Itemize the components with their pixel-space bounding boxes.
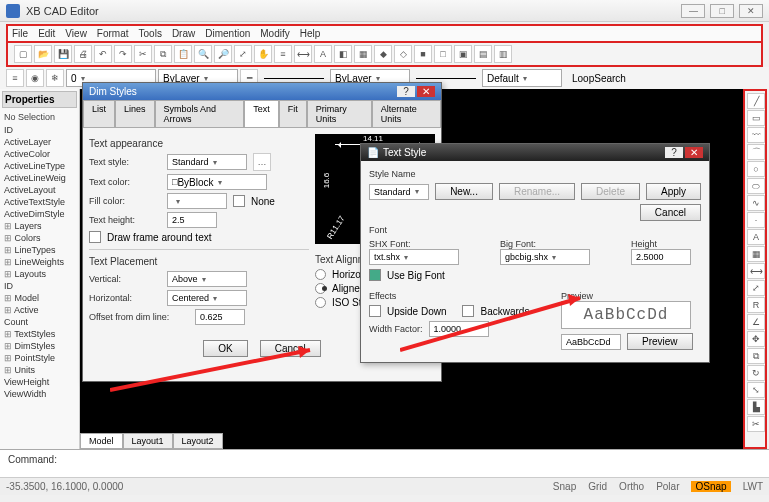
big-font-combo[interactable]: gbcbig.shx <box>500 249 590 265</box>
dim-help-icon[interactable]: ? <box>397 86 415 97</box>
tree-active[interactable]: Active <box>2 304 77 316</box>
backwards-check[interactable] <box>462 305 474 317</box>
preview-input[interactable] <box>561 334 621 350</box>
new-style-button[interactable]: New... <box>435 183 493 200</box>
text-close-icon[interactable]: ✕ <box>685 147 703 158</box>
ellipse-icon[interactable]: ⬭ <box>747 178 765 194</box>
hatch-icon[interactable]: ▦ <box>354 45 372 63</box>
text-style-combo[interactable]: Standard <box>167 154 247 170</box>
offset-input[interactable] <box>195 309 245 325</box>
prop-viewheight[interactable]: ViewHeight <box>2 376 77 388</box>
copy2-icon[interactable]: ⧉ <box>747 348 765 364</box>
tab-model[interactable]: Model <box>80 433 123 449</box>
prop-activelinetype[interactable]: ActiveLineType <box>2 160 77 172</box>
text-tool-icon[interactable]: A <box>747 229 765 245</box>
use-big-font-check[interactable] <box>369 269 381 281</box>
minimize-button[interactable]: — <box>681 4 705 18</box>
tree-count[interactable]: Count <box>2 316 77 328</box>
dim-ok-button[interactable]: OK <box>203 340 247 357</box>
menu-help[interactable]: Help <box>300 28 321 39</box>
copy-icon[interactable]: ⧉ <box>154 45 172 63</box>
paste-icon[interactable]: 📋 <box>174 45 192 63</box>
text-height-input[interactable] <box>167 212 217 228</box>
dim-angle-icon[interactable]: ∠ <box>747 314 765 330</box>
maximize-button[interactable]: □ <box>710 4 734 18</box>
text-help-icon[interactable]: ? <box>665 147 683 158</box>
draw-frame-check[interactable] <box>89 231 101 243</box>
prop-activedimstyle[interactable]: ActiveDimStyle <box>2 208 77 220</box>
dim-radius-icon[interactable]: R <box>747 297 765 313</box>
tree-model[interactable]: Model <box>2 292 77 304</box>
spline-icon[interactable]: ∿ <box>747 195 765 211</box>
dim-aligned-icon[interactable]: ⤢ <box>747 280 765 296</box>
layer-freeze-icon[interactable]: ❄ <box>46 69 64 87</box>
prop-activecolor[interactable]: ActiveColor <box>2 148 77 160</box>
menu-file[interactable]: File <box>12 28 28 39</box>
save-icon[interactable]: 💾 <box>54 45 72 63</box>
lineweight-combo[interactable]: Default <box>482 69 562 87</box>
pan-icon[interactable]: ✋ <box>254 45 272 63</box>
move-icon[interactable]: ✥ <box>747 331 765 347</box>
dim-close-icon[interactable]: ✕ <box>417 86 435 97</box>
text-icon[interactable]: A <box>314 45 332 63</box>
tab-primary[interactable]: Primary Units <box>307 100 372 127</box>
upside-down-check[interactable] <box>369 305 381 317</box>
prop-activelayout[interactable]: ActiveLayout <box>2 184 77 196</box>
prop-activelayer[interactable]: ActiveLayer <box>2 136 77 148</box>
menu-modify[interactable]: Modify <box>260 28 289 39</box>
rotate-icon[interactable]: ↻ <box>747 365 765 381</box>
circle-icon[interactable]: ○ <box>747 161 765 177</box>
menu-draw[interactable]: Draw <box>172 28 195 39</box>
scale-icon[interactable]: ⤡ <box>747 382 765 398</box>
open-icon[interactable]: 📂 <box>34 45 52 63</box>
preview-button[interactable]: Preview <box>627 333 693 350</box>
tab-alternate[interactable]: Alternate Units <box>372 100 441 127</box>
misc3-icon[interactable]: ■ <box>414 45 432 63</box>
toggle-ortho[interactable]: Ortho <box>619 481 644 492</box>
tab-symbols[interactable]: Symbols And Arrows <box>155 100 245 127</box>
hatch-tool-icon[interactable]: ▦ <box>747 246 765 262</box>
dim-linear-icon[interactable]: ⟷ <box>747 263 765 279</box>
line-icon[interactable]: ╱ <box>747 93 765 109</box>
cut-icon[interactable]: ✂ <box>134 45 152 63</box>
tree-layouts[interactable]: Layouts <box>2 268 77 280</box>
dim-icon[interactable]: ⟷ <box>294 45 312 63</box>
misc1-icon[interactable]: ◆ <box>374 45 392 63</box>
prop-activetextstyle[interactable]: ActiveTextStyle <box>2 196 77 208</box>
delete-style-button[interactable]: Delete <box>581 183 640 200</box>
block-icon[interactable]: ◧ <box>334 45 352 63</box>
tree-pointstyle[interactable]: PointStyle <box>2 352 77 364</box>
zoom-out-icon[interactable]: 🔎 <box>214 45 232 63</box>
text-dialog-title[interactable]: 📄 Text Style ? ✕ <box>361 144 709 161</box>
tree-textstyles[interactable]: TextStyles <box>2 328 77 340</box>
misc2-icon[interactable]: ◇ <box>394 45 412 63</box>
font-height-input[interactable] <box>631 249 691 265</box>
command-line[interactable]: Command: <box>0 449 769 477</box>
tree-dimstyles[interactable]: DimStyles <box>2 340 77 352</box>
zoom-ext-icon[interactable]: ⤢ <box>234 45 252 63</box>
toggle-snap[interactable]: Snap <box>553 481 576 492</box>
close-button[interactable]: ✕ <box>739 4 763 18</box>
menu-tools[interactable]: Tools <box>139 28 162 39</box>
text-cancel-button[interactable]: Cancel <box>640 204 701 221</box>
menu-format[interactable]: Format <box>97 28 129 39</box>
tab-layout1[interactable]: Layout1 <box>123 433 173 449</box>
zoom-in-icon[interactable]: 🔍 <box>194 45 212 63</box>
toggle-lwt[interactable]: LWT <box>743 481 763 492</box>
menu-dimension[interactable]: Dimention <box>205 28 250 39</box>
prop-activelineweight[interactable]: ActiveLineWeig <box>2 172 77 184</box>
polyline-icon[interactable]: 〰 <box>747 127 765 143</box>
menu-edit[interactable]: Edit <box>38 28 55 39</box>
shx-font-combo[interactable]: txt.shx <box>369 249 459 265</box>
tab-list[interactable]: List <box>83 100 115 127</box>
loopsearch-label[interactable]: LoopSearch <box>572 73 626 84</box>
align-aligned-radio[interactable] <box>315 283 326 294</box>
tab-text[interactable]: Text <box>244 100 279 127</box>
misc6-icon[interactable]: ▤ <box>474 45 492 63</box>
new-icon[interactable]: ▢ <box>14 45 32 63</box>
dim-cancel-button[interactable]: Cancel <box>260 340 321 357</box>
tree-units[interactable]: Units <box>2 364 77 376</box>
misc4-icon[interactable]: □ <box>434 45 452 63</box>
horizontal-combo[interactable]: Centered <box>167 290 247 306</box>
layer-on-icon[interactable]: ◉ <box>26 69 44 87</box>
